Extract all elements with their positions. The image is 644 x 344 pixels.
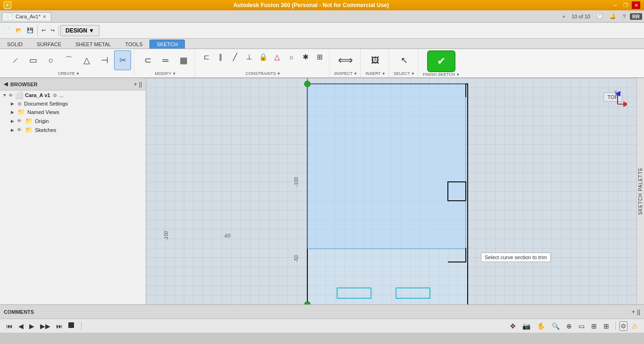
canvas-area[interactable]: TOP X Y (146, 78, 636, 304)
constraint-collinear[interactable]: ∥ (214, 50, 227, 64)
constraint-curvature[interactable]: ✱ (299, 50, 312, 64)
tool-arc[interactable]: ⌒ (60, 50, 77, 70)
insert-tools: 🖼 (367, 50, 384, 70)
close-button[interactable]: ✕ (632, 1, 640, 9)
tab-close-btn[interactable]: ✕ (42, 14, 46, 19)
dim-x-neg100: -100 (164, 231, 169, 240)
tool-offset[interactable]: ═ (157, 50, 174, 70)
footer-grid-btn[interactable]: ⊞ (589, 321, 599, 331)
footer-hand-btn[interactable]: ✋ (535, 321, 547, 331)
tool-insert-image[interactable]: 🖼 (367, 50, 384, 70)
rectangle-icon: ▭ (29, 56, 37, 65)
save-button[interactable]: 💾 (25, 26, 36, 35)
gear-icon-doc: ⚙ (17, 101, 22, 106)
eye-icon-origin[interactable]: 👁 (17, 118, 22, 123)
comments-add-btn[interactable]: + (632, 308, 636, 315)
tab-sheet-metal[interactable]: SHEET METAL (68, 40, 118, 49)
eye-icon-cara[interactable]: 👁 (8, 93, 13, 98)
record-btn[interactable] (66, 321, 76, 330)
footer-settings-btn[interactable]: ⚙ (619, 321, 627, 331)
user-initials[interactable]: RR (630, 13, 642, 20)
measure-icon: ⟺ (338, 55, 353, 66)
tool-trim[interactable]: ✂ (114, 50, 131, 70)
bottom-bar-controls: + || (632, 308, 640, 315)
tool-select[interactable]: ↖ (396, 50, 413, 70)
tab-sketch[interactable]: SKETCH (149, 40, 185, 49)
tool-hatch[interactable]: ▦ (175, 50, 192, 70)
offset-icon: ═ (163, 56, 169, 65)
comments-pipe-btn[interactable]: || (637, 308, 640, 315)
footer-view-cube-btn[interactable]: ⊞ (601, 321, 611, 331)
open-button[interactable]: 📂 (13, 26, 25, 35)
ribbon-group-finish-sketch: ✔ FINISH SKETCH▼ (420, 49, 462, 77)
tool-circle[interactable]: ○ (42, 50, 59, 70)
folder-icon-named: 📁 (17, 108, 25, 115)
footer-zoom-btn[interactable]: ⊕ (564, 321, 574, 331)
clock-icon[interactable]: 🕐 (594, 12, 605, 20)
tool-polygon[interactable]: △ (78, 50, 95, 70)
active-tab[interactable]: 📄 Cara_Av1* ✕ (2, 12, 51, 21)
tree-item-origin[interactable]: ▶ 👁 📁 Origin (0, 116, 146, 125)
tree-item-sketches[interactable]: ▶ 👁 📁 Sketches (0, 125, 146, 134)
constraint-dimension[interactable]: ⊞ (313, 50, 326, 64)
footer-camera-btn[interactable]: 📷 (520, 321, 533, 331)
play-next-btn[interactable]: ▶▶ (38, 321, 53, 331)
tool-fillet[interactable]: ⊂ (139, 50, 156, 70)
redo-button[interactable]: ↪ (48, 26, 57, 35)
undo-button[interactable]: ↩ (39, 26, 48, 35)
undo-icon: ↩ (41, 27, 46, 33)
constraint-parallel[interactable]: ╱ (228, 50, 241, 64)
tool-rectangle[interactable]: ▭ (25, 50, 41, 70)
modify-tools: ⊂ ═ ▦ (139, 50, 192, 70)
constraint-coincident[interactable]: ⊏ (200, 50, 213, 64)
eye-icon-sketches[interactable]: 👁 (17, 127, 22, 132)
footer-zoom-extent-btn[interactable]: 🔍 (549, 321, 562, 331)
design-dropdown[interactable]: DESIGN ▼ (60, 25, 99, 36)
footer-select-display-btn[interactable]: ▭ (576, 321, 587, 331)
play-first-btn[interactable]: ⏮ (4, 321, 15, 331)
constraint-lock[interactable]: 🔒 (256, 50, 270, 64)
tree-item-doc-settings[interactable]: ▶ ⚙ Document Settings (0, 100, 146, 107)
sketches-label: Sketches (35, 127, 56, 133)
origin-label: Origin (35, 118, 49, 124)
footer-warning-btn[interactable]: ⚠ (629, 321, 640, 331)
bell-icon[interactable]: 🔔 (607, 12, 619, 20)
browser-pipe-btn[interactable]: || (139, 81, 142, 88)
play-prev-btn[interactable]: ◀ (16, 321, 26, 331)
restore-button[interactable]: ❐ (621, 1, 630, 9)
tree-item-cara-v1[interactable]: ▼ 👁 ⬜ Cara_A v1 ⚙ … (0, 90, 146, 100)
new-button[interactable]: 📄 (2, 26, 13, 35)
tool-slot[interactable]: ⊣ (96, 50, 113, 70)
tool-measure[interactable]: ⟺ (337, 50, 354, 70)
tree-arrow-named: ▶ (9, 110, 15, 115)
footer-move-btn[interactable]: ✥ (508, 321, 518, 331)
tab-solid[interactable]: SOLID (0, 40, 30, 49)
design-arrow: ▼ (89, 27, 94, 34)
file-icon: 📄 (7, 14, 14, 20)
cara-label: Cara_A v1 (25, 92, 50, 98)
add-tab-button[interactable]: + (560, 13, 568, 20)
ribbon-content: ⟋ ▭ ○ ⌒ △ ⊣ ✂ CREATE▼ (0, 49, 644, 78)
file-icon-cara: ⬜ (15, 91, 23, 99)
tab-surface[interactable]: SURFACE (30, 40, 68, 49)
tab-tools[interactable]: TOOLS (118, 40, 149, 49)
constraint-equal[interactable]: △ (271, 50, 284, 64)
browser-header: ◀ BROWSER + || (0, 78, 146, 90)
finish-sketch-tools: ✔ (427, 50, 455, 72)
tool-line[interactable]: ⟋ (7, 50, 24, 70)
constraint-tangent[interactable]: ○ (285, 50, 298, 64)
settings-icon-cara[interactable]: ⚙ (53, 93, 57, 98)
constraint-perpendicular[interactable]: ⊥ (242, 50, 256, 64)
help-icon[interactable]: ? (620, 13, 628, 20)
sketch-palette-panel[interactable]: SKETCH PALETTE (636, 78, 644, 304)
browser-add-btn[interactable]: + (134, 81, 137, 88)
folder-icon-sketches: 📁 (25, 126, 33, 133)
footer-sep-2 (615, 322, 616, 330)
more-icon[interactable]: … (59, 93, 64, 98)
toolbar-separator-1 (37, 25, 38, 36)
play-last-btn[interactable]: ⏭ (54, 321, 65, 331)
finish-sketch-button[interactable]: ✔ (427, 50, 455, 72)
play-btn[interactable]: ▶ (27, 321, 37, 331)
tree-item-named-views[interactable]: ▶ 📁 Named Views (0, 107, 146, 116)
minimize-button[interactable]: ─ (611, 1, 619, 9)
